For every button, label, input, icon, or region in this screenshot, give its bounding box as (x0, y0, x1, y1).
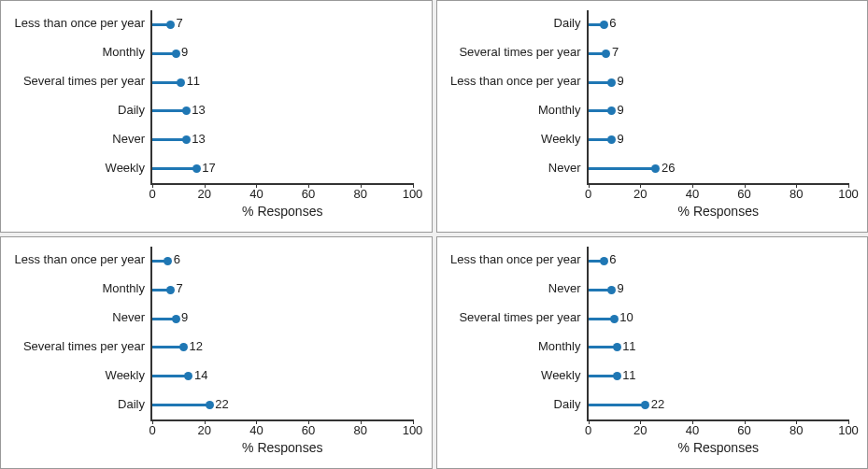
lollipop-dot (651, 164, 660, 173)
x-tick-label: 40 (686, 187, 699, 201)
category-label: Weekly (541, 368, 580, 382)
lollipop-dot (164, 257, 172, 265)
value-label: 11 (622, 339, 635, 353)
x-tick-label: 20 (197, 187, 210, 201)
value-label: 11 (187, 74, 200, 88)
x-axis-label: % Responses (242, 204, 322, 219)
x-tick-label: 0 (149, 187, 155, 201)
value-label: 9 (618, 103, 624, 117)
category-label: Monthly (102, 45, 145, 59)
x-tick-label: 40 (249, 187, 263, 201)
x-tick-label: 80 (790, 187, 803, 201)
category-label: Less than once per year (15, 16, 145, 30)
value-label: 13 (192, 103, 205, 117)
lollipop-stem (152, 375, 189, 377)
x-tick-label: 60 (302, 187, 315, 201)
category-label: Daily (118, 103, 145, 117)
x-tick-label: 0 (585, 423, 591, 437)
category-label: Daily (554, 397, 581, 411)
lollipop-dot (600, 21, 608, 29)
value-label: 7 (612, 45, 619, 59)
x-tick-label: 100 (838, 187, 859, 201)
lollipop-dot (206, 401, 214, 409)
x-tick-label: 40 (686, 423, 699, 437)
value-label: 9 (181, 310, 188, 324)
category-label: Daily (554, 16, 581, 30)
lollipop-stem (589, 404, 646, 406)
value-label: 17 (202, 161, 215, 175)
lollipop-dot (177, 78, 185, 87)
x-tick-label: 100 (403, 187, 423, 201)
category-label: Never (548, 281, 581, 295)
plot-area: % Responses 020406080100Less than once p… (150, 247, 413, 421)
lollipop-dot (607, 78, 616, 87)
x-tick-label: 60 (737, 423, 750, 437)
lollipop-dot (607, 135, 616, 144)
category-label: Monthly (538, 339, 581, 353)
chart-panel-3: % Responses 020406080100Less than once p… (436, 236, 869, 469)
value-label: 7 (176, 16, 182, 30)
x-tick-label: 100 (838, 423, 859, 437)
x-tick-label: 80 (354, 187, 367, 201)
category-label: Less than once per year (15, 252, 145, 266)
lollipop-stem (589, 167, 656, 170)
value-label: 26 (662, 161, 675, 175)
chart-panel-1: % Responses 020406080100Daily6Several ti… (436, 0, 869, 233)
value-label: 7 (176, 281, 182, 295)
category-label: Less than once per year (450, 74, 580, 88)
plot-area: % Responses 020406080100Daily6Several ti… (587, 10, 849, 185)
value-label: 10 (619, 310, 633, 324)
value-label: 9 (181, 45, 188, 59)
lollipop-dot (613, 372, 621, 380)
lollipop-stem (152, 404, 209, 406)
lollipop-dot (166, 286, 175, 294)
x-tick-label: 80 (790, 423, 803, 437)
lollipop-dot (182, 107, 191, 115)
lollipop-dot (602, 50, 610, 58)
chart-panel-2: % Responses 020406080100Less than once p… (0, 236, 433, 469)
value-label: 13 (192, 132, 205, 146)
category-label: Never (112, 310, 145, 324)
lollipop-dot (610, 315, 619, 323)
x-tick-label: 20 (633, 187, 647, 201)
lollipop-dot (607, 286, 616, 294)
x-tick-label: 60 (302, 423, 315, 437)
x-tick-label: 80 (354, 423, 367, 437)
lollipop-dot (179, 343, 188, 351)
category-label: Monthly (538, 103, 581, 117)
value-label: 6 (609, 16, 616, 30)
lollipop-dot (172, 315, 180, 323)
value-label: 9 (618, 132, 624, 146)
plot-area: % Responses 020406080100Less than once p… (587, 247, 849, 421)
category-label: Several times per year (459, 45, 580, 59)
value-label: 22 (215, 397, 228, 411)
lollipop-dot (641, 401, 649, 409)
category-label: Several times per year (23, 74, 145, 88)
category-label: Less than once per year (450, 252, 580, 266)
x-tick-label: 20 (197, 423, 210, 437)
category-label: Daily (118, 397, 145, 411)
x-tick-label: 0 (149, 423, 155, 437)
lollipop-dot (166, 21, 175, 29)
category-label: Never (548, 161, 581, 175)
lollipop-dot (607, 107, 616, 115)
category-label: Weekly (541, 132, 580, 146)
lollipop-dot (600, 257, 608, 265)
x-tick-label: 100 (403, 423, 423, 437)
chart-panel-0: % Responses 020406080100Less than once p… (0, 0, 433, 233)
x-tick-label: 20 (633, 423, 647, 437)
category-label: Several times per year (23, 339, 145, 353)
lollipop-dot (182, 135, 191, 144)
value-label: 14 (194, 368, 207, 382)
lollipop-dot (192, 164, 201, 173)
x-tick-label: 0 (585, 187, 591, 201)
plot-area: % Responses 020406080100Less than once p… (150, 10, 413, 185)
value-label: 11 (622, 368, 635, 382)
category-label: Weekly (106, 368, 145, 382)
value-label: 22 (651, 397, 664, 411)
category-label: Weekly (106, 161, 145, 175)
value-label: 9 (618, 74, 624, 88)
category-label: Monthly (102, 281, 145, 295)
value-label: 12 (189, 339, 202, 353)
x-axis-label: % Responses (678, 440, 759, 455)
